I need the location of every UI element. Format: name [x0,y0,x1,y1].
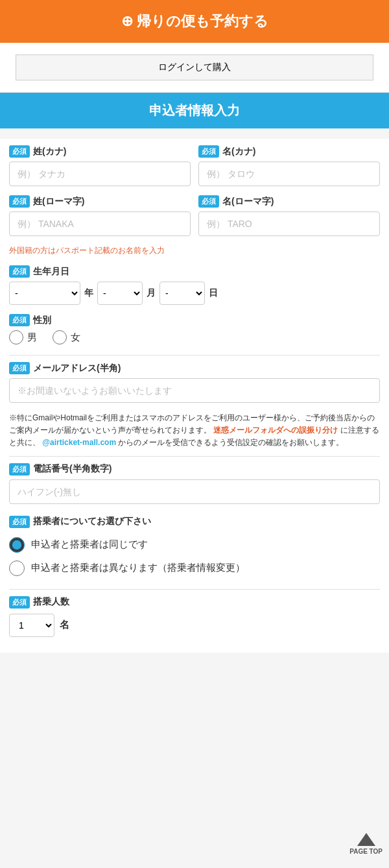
first-name-kana-field: 必須 名(カナ) [198,145,380,186]
boarding-same-radio[interactable] [9,537,25,553]
boarding-label: 必須 搭乗者についてお選び下さい [9,516,380,528]
email-input[interactable] [9,378,380,403]
divider-2 [9,456,380,457]
year-select[interactable]: - [9,282,80,305]
phone-input[interactable] [9,479,380,504]
birthdate-label: 必須 生年月日 [9,265,380,278]
plus-circle-icon: ⊕ [121,13,133,30]
name-kana-row: 必須 姓(カナ) 必須 名(カナ) [9,145,380,186]
last-name-roman-label: 必須 姓(ローマ字) [9,195,191,208]
phone-label: 必須 電話番号(半角数字) [9,463,380,476]
passenger-count-section: 必須 搭乗人数 1 2 3 4 5 名 [9,596,380,637]
gender-female-label: 女 [71,332,80,344]
return-flight-label: 帰りの便も予約する [137,12,268,31]
boarding-different-label: 申込者と搭乗者は異なります（搭乗者情報変更） [31,562,245,574]
last-name-roman-input[interactable] [9,211,191,236]
required-badge: 必須 [9,145,30,158]
day-unit: 日 [209,287,218,299]
boarding-different-radio[interactable] [9,561,25,576]
first-name-kana-input[interactable] [198,162,380,186]
boarding-same-option[interactable]: 申込者と搭乗者は同じです [9,533,380,557]
boarding-options: 申込者と搭乗者は同じです 申込者と搭乗者は異なります（搭乗者情報変更） [9,533,380,580]
login-label: ログインして購入 [158,62,231,72]
email-section: 必須 メールアドレス(半角) ※特にGmailやHotmailをご利用またはスマ… [9,362,380,450]
first-name-roman-label: 必須 名(ローマ字) [198,195,380,208]
required-badge: 必須 [9,463,30,476]
passenger-count-label: 必須 搭乗人数 [9,596,380,609]
required-badge: 必須 [9,596,30,609]
required-badge: 必須 [198,145,219,158]
required-badge: 必須 [9,314,30,326]
gender-label: 必須 性別 [9,314,380,326]
page-top-label: PAGE TOP [349,848,383,855]
foreign-note: 外国籍の方はパスポート記載のお名前を入力 [9,245,380,256]
date-row: - 年 - 月 - 日 [9,282,380,305]
gender-male-option[interactable]: 男 [9,330,37,344]
day-select[interactable]: - [159,282,205,305]
email-label: 必須 メールアドレス(半角) [9,362,380,374]
email-note: ※特にGmailやHotmailをご利用またはスマホのアドレスをご利用のユーザー… [9,412,380,450]
required-badge: 必須 [9,195,30,208]
last-name-kana-field: 必須 姓(カナ) [9,145,191,186]
year-unit: 年 [84,287,93,299]
passenger-count-select[interactable]: 1 2 3 4 5 [9,614,54,637]
month-unit: 月 [147,287,156,299]
phone-section: 必須 電話番号(半角数字) [9,463,380,513]
birthdate-section: 必須 生年月日 - 年 - 月 - 日 [9,265,380,305]
last-name-kana-label: 必須 姓(カナ) [9,145,191,158]
last-name-kana-input[interactable] [9,162,191,186]
divider [9,355,380,356]
first-name-roman-input[interactable] [198,211,380,236]
required-badge: 必須 [9,265,30,278]
name-roman-row: 必須 姓(ローマ字) 必須 名(ローマ字) [9,195,380,236]
required-badge: 必須 [9,516,30,528]
form-area: 必須 姓(カナ) 必須 名(カナ) 必須 姓(ローマ字) 必須 名(ローマ字) [0,139,389,653]
gender-row: 男 女 [9,330,380,344]
gender-male-label: 男 [27,332,37,344]
gender-section: 必須 性別 男 女 [9,314,380,344]
boarding-same-label: 申込者と搭乗者は同じです [31,538,148,551]
passenger-unit: 名 [60,619,69,631]
arrow-up-icon [357,833,375,846]
gender-female-radio[interactable] [53,330,67,344]
required-badge: 必須 [9,362,30,374]
divider-3 [9,589,380,590]
last-name-roman-field: 必須 姓(ローマ字) [9,195,191,236]
gender-male-radio[interactable] [9,330,23,344]
section-title: 申込者情報入力 [0,93,389,128]
return-flight-button[interactable]: ⊕ 帰りの便も予約する [0,0,389,43]
page-top-button[interactable]: PAGE TOP [349,833,383,855]
boarding-different-option[interactable]: 申込者と搭乗者は異なります（搭乗者情報変更） [9,557,380,580]
first-name-kana-label: 必須 名(カナ) [198,145,380,158]
required-badge: 必須 [198,195,219,208]
first-name-roman-field: 必須 名(ローマ字) [198,195,380,236]
month-select[interactable]: - [97,282,143,305]
passenger-row: 1 2 3 4 5 名 [9,614,380,637]
gender-female-option[interactable]: 女 [53,330,80,344]
login-button[interactable]: ログインして購入 [16,54,373,80]
boarding-section: 必須 搭乗者についてお選び下さい 申込者と搭乗者は同じです 申込者と搭乗者は異な… [9,516,380,580]
